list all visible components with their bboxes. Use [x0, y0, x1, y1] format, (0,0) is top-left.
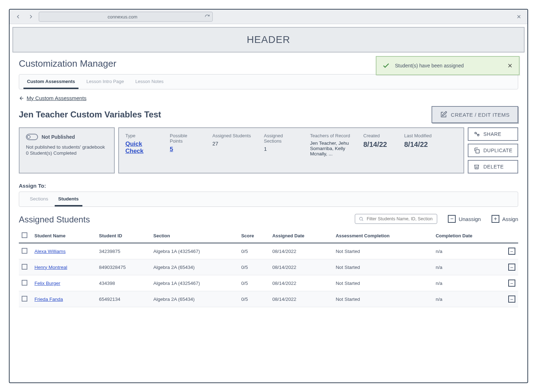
svg-line-7: [476, 133, 477, 135]
student-id-cell: 34239875: [96, 243, 151, 259]
row-checkbox[interactable]: [22, 296, 27, 302]
svg-rect-10: [476, 150, 479, 153]
tab-sections[interactable]: Sections: [26, 192, 52, 206]
table-header-row: Student Name Student ID Section Score As…: [19, 229, 518, 243]
row-checkbox[interactable]: [22, 264, 27, 270]
publish-toggle[interactable]: [26, 134, 38, 140]
assigned-date-cell: 08/14/2022: [270, 291, 333, 307]
assigned-date-cell: 08/14/2022: [270, 259, 333, 275]
assigned-students-title: Assigned Students: [19, 215, 90, 225]
top-tabs: Custom Assessments Lesson Intro Page Les…: [19, 74, 518, 89]
toast-message: Student(s) have been assigned: [395, 63, 464, 68]
score-cell: 0/5: [238, 275, 270, 291]
status-line-2: 0 Student(s) Completed: [26, 150, 108, 156]
browser-bar: connexus.com: [10, 10, 527, 24]
create-edit-label: CREATE / EDIT ITEMS: [451, 112, 510, 118]
score-cell: 0/5: [238, 259, 270, 275]
row-remove-button[interactable]: −: [508, 280, 515, 287]
table-row: Henry Montreal8490328475Algebra 2A (6543…: [19, 259, 518, 275]
back-arrow-icon[interactable]: [19, 95, 25, 101]
row-checkbox[interactable]: [22, 280, 27, 286]
duplicate-icon: [473, 147, 480, 154]
fact-modified-label: Last Modified: [404, 133, 434, 138]
fact-type-link[interactable]: Quick Check: [125, 140, 143, 154]
col-student-id[interactable]: Student ID: [96, 229, 151, 243]
close-toast-button[interactable]: [507, 62, 513, 69]
breadcrumb-link[interactable]: My Custom Assessments: [27, 95, 86, 101]
duplicate-button[interactable]: DUPLICATE: [468, 144, 518, 157]
create-edit-items-button[interactable]: CREATE / EDIT ITEMS: [432, 106, 518, 123]
row-checkbox[interactable]: [22, 248, 27, 254]
edit-icon: [440, 111, 447, 118]
trash-icon: [473, 164, 480, 170]
unassign-button[interactable]: − Unassign: [448, 215, 481, 223]
svg-line-14: [362, 220, 363, 221]
side-actions: SHARE DUPLICATE DELETE: [468, 127, 518, 173]
reload-icon[interactable]: [204, 13, 210, 20]
section-cell: Algebra 2A (65434): [151, 259, 238, 275]
completion-cell: Not Started: [333, 243, 433, 259]
row-remove-button[interactable]: −: [508, 264, 515, 271]
close-window-button[interactable]: [514, 12, 524, 22]
completion-date-cell: n/a: [433, 259, 504, 275]
col-assigned-date[interactable]: Assigned Date: [270, 229, 333, 243]
url-bar[interactable]: connexus.com: [39, 12, 213, 22]
filter-input[interactable]: [367, 216, 433, 221]
student-id-cell: 65492134: [96, 291, 151, 307]
fact-teachers-value: Jen Teacher, Jehu Somarriba, Kelly Mcnal…: [310, 140, 351, 156]
completion-date-cell: n/a: [433, 291, 504, 307]
share-button[interactable]: SHARE: [468, 127, 518, 141]
row-remove-button[interactable]: −: [508, 296, 515, 303]
back-button[interactable]: [13, 12, 23, 22]
table-row: Alexa Williams34239875Algebra 1A (432546…: [19, 243, 518, 259]
tab-students[interactable]: Students: [55, 192, 82, 206]
student-name-link[interactable]: Henry Montreal: [34, 265, 67, 270]
unassign-label: Unassign: [459, 216, 481, 222]
status-card: Not Published Not published to students'…: [19, 127, 115, 173]
tab-custom-assessments[interactable]: Custom Assessments: [23, 74, 78, 89]
student-name-link[interactable]: Alexa Williams: [34, 249, 66, 254]
success-toast: Student(s) have been assigned: [376, 56, 520, 75]
svg-point-13: [360, 217, 363, 220]
delete-button[interactable]: DELETE: [468, 160, 518, 173]
page-body: Student(s) have been assigned Customizat…: [10, 53, 527, 382]
status-line-1: Not published to students' gradebook: [26, 144, 108, 150]
section-cell: Algebra 1A (4325467): [151, 243, 238, 259]
students-table: Student Name Student ID Section Score As…: [19, 229, 518, 307]
filter-students-box[interactable]: [355, 214, 437, 224]
select-all-checkbox[interactable]: [22, 232, 27, 238]
col-assessment-completion[interactable]: Assessment Completion: [333, 229, 433, 243]
assign-to-label: Assign To:: [19, 183, 518, 189]
student-name-link[interactable]: Frieda Fanda: [34, 297, 63, 302]
student-id-cell: 434398: [96, 275, 151, 291]
completion-date-cell: n/a: [433, 243, 504, 259]
row-remove-button[interactable]: −: [508, 248, 515, 255]
student-id-cell: 8490328475: [96, 259, 151, 275]
app-header-label: HEADER: [247, 34, 291, 45]
plus-icon: +: [492, 215, 499, 223]
tab-lesson-intro-page[interactable]: Lesson Intro Page: [83, 74, 128, 89]
col-student-name[interactable]: Student Name: [32, 229, 96, 243]
fact-sections-label: Assigned Sections: [264, 133, 297, 144]
col-section[interactable]: Section: [151, 229, 238, 243]
table-row: Frieda Fanda65492134Algebra 2A (65434)0/…: [19, 291, 518, 307]
tab-lesson-notes[interactable]: Lesson Notes: [132, 74, 167, 89]
duplicate-label: DUPLICATE: [483, 148, 512, 153]
assessment-title: Jen Teacher Custom Variables Test: [19, 110, 161, 120]
delete-label: DELETE: [483, 164, 504, 170]
assign-button[interactable]: + Assign: [492, 215, 518, 223]
score-cell: 0/5: [238, 291, 270, 307]
col-score[interactable]: Score: [238, 229, 270, 243]
assign-label: Assign: [502, 216, 518, 222]
share-icon: [473, 131, 480, 137]
fact-teachers-label: Teachers of Record: [310, 133, 351, 138]
table-row: Felix Burger434398Algebra 1A (4325467)0/…: [19, 275, 518, 291]
assign-tabs: Sections Students: [19, 192, 518, 207]
col-completion-date[interactable]: Completion Date: [433, 229, 504, 243]
forward-button[interactable]: [26, 12, 36, 22]
fact-points-link[interactable]: 5: [170, 146, 173, 153]
search-icon: [359, 216, 364, 221]
student-name-link[interactable]: Felix Burger: [34, 281, 60, 286]
section-cell: Algebra 1A (4325467): [151, 275, 238, 291]
fact-created-value: 8/14/22: [363, 140, 391, 149]
